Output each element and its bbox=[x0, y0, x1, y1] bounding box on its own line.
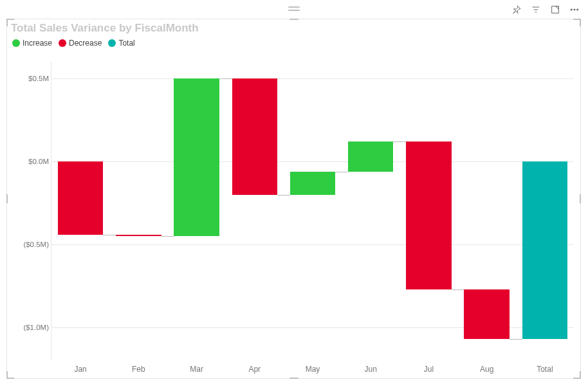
svg-point-1 bbox=[571, 9, 572, 10]
svg-rect-0 bbox=[552, 6, 559, 14]
x-axis-tick: Apr bbox=[248, 365, 261, 374]
x-axis-tick: Mar bbox=[190, 365, 203, 374]
waterfall-connector bbox=[219, 78, 232, 79]
pin-icon[interactable] bbox=[511, 4, 522, 15]
legend-item-total[interactable]: Total bbox=[108, 39, 134, 48]
resize-handle-top[interactable] bbox=[289, 19, 299, 20]
resize-handle-left[interactable] bbox=[6, 194, 8, 203]
waterfall-bar[interactable] bbox=[348, 142, 393, 172]
resize-handle-bottom[interactable] bbox=[289, 378, 299, 379]
resize-handle-tr[interactable] bbox=[573, 19, 581, 26]
legend-item-increase[interactable]: Increase bbox=[12, 39, 52, 48]
gridline bbox=[51, 244, 573, 245]
waterfall-connector bbox=[161, 236, 174, 237]
legend: Increase Decrease Total bbox=[12, 39, 138, 48]
waterfall-bar[interactable] bbox=[232, 78, 277, 195]
waterfall-connector bbox=[393, 142, 406, 142]
focus-mode-icon[interactable] bbox=[549, 4, 561, 15]
filter-icon[interactable] bbox=[530, 4, 542, 15]
waterfall-bar[interactable] bbox=[406, 142, 451, 289]
gridline bbox=[51, 78, 573, 79]
x-axis-tick: Jul bbox=[424, 365, 434, 374]
y-axis-tick: ($1.0M) bbox=[10, 324, 49, 331]
x-axis-tick: May bbox=[306, 365, 320, 374]
resize-handle-bl[interactable] bbox=[6, 371, 14, 379]
waterfall-bar[interactable] bbox=[290, 172, 335, 195]
y-axis-tick: $0.5M bbox=[10, 75, 49, 82]
visual-toolbar bbox=[511, 4, 580, 15]
legend-label: Decrease bbox=[69, 39, 102, 48]
x-axis-tick: Total bbox=[537, 365, 553, 374]
x-axis-tick: Feb bbox=[132, 365, 145, 374]
svg-point-2 bbox=[574, 9, 575, 10]
x-axis-tick: Aug bbox=[480, 365, 493, 374]
resize-handle-right[interactable] bbox=[580, 194, 581, 203]
waterfall-connector bbox=[510, 339, 522, 340]
legend-swatch-increase bbox=[12, 39, 20, 47]
waterfall-bar[interactable] bbox=[116, 235, 161, 237]
drag-handle-icon[interactable] bbox=[288, 6, 300, 11]
waterfall-connector bbox=[103, 235, 116, 235]
y-axis-tick: ($0.5M) bbox=[10, 241, 49, 248]
x-axis-tick: Jan bbox=[74, 365, 86, 374]
gridline bbox=[51, 161, 573, 162]
legend-label: Increase bbox=[23, 39, 52, 48]
waterfall-connector bbox=[335, 172, 348, 172]
visual-container[interactable]: Total Sales Variance by FiscalMonth Incr… bbox=[6, 19, 581, 379]
resize-handle-br[interactable] bbox=[573, 371, 581, 379]
plot-area: $0.5M$0.0M($0.5M)($1.0M)JanFebMarAprMayJ… bbox=[51, 62, 573, 361]
x-axis-tick: Jun bbox=[365, 365, 377, 374]
svg-point-3 bbox=[577, 9, 578, 10]
legend-swatch-total bbox=[108, 39, 116, 47]
waterfall-connector bbox=[277, 195, 290, 196]
legend-label: Total bbox=[118, 39, 134, 48]
legend-item-decrease[interactable]: Decrease bbox=[59, 39, 102, 48]
y-axis-tick: $0.0M bbox=[10, 158, 49, 165]
waterfall-bar[interactable] bbox=[58, 161, 103, 235]
waterfall-bar[interactable] bbox=[522, 161, 567, 339]
waterfall-bar[interactable] bbox=[464, 289, 509, 340]
waterfall-bar[interactable] bbox=[174, 78, 219, 236]
more-options-icon[interactable] bbox=[569, 4, 580, 15]
legend-swatch-decrease bbox=[59, 39, 66, 47]
waterfall-connector bbox=[452, 289, 464, 290]
chart-title: Total Sales Variance by FiscalMonth bbox=[11, 22, 199, 35]
